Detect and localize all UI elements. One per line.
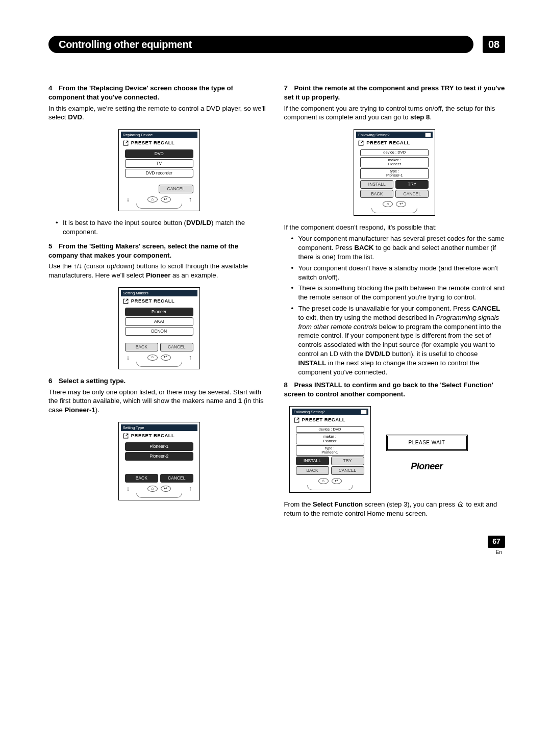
lcd4-install: INSTALL [360, 180, 393, 189]
lcd2-return-icon: ↩ [161, 355, 171, 361]
lcd2-back: BACK [125, 343, 158, 351]
cursor-down-icon: ↓ [79, 262, 82, 270]
lcd2-title: Setting Makers [121, 290, 197, 296]
step-8-head: Press INSTALL to confirm and go back to … [284, 381, 493, 398]
bullet-icon: • [291, 304, 298, 377]
lcd5-info-maker: maker :Pioneer [296, 434, 364, 444]
lcd2-arrow-down-icon: ↓ [125, 355, 131, 361]
step-5-num: 5 [48, 242, 59, 251]
lcd1-item-tv: TV [125, 159, 193, 168]
lcd5-try: TRY [331, 457, 364, 465]
lcd1-item-dvd: DVD [125, 149, 193, 158]
lcd4-info-device: device : DVD [360, 149, 429, 156]
lcd1-arrow-down-icon: ↓ [125, 196, 131, 203]
lcd4-return-icon: ↩ [396, 201, 406, 207]
lcd4-try: TRY [395, 180, 429, 189]
lcd-following-setting-2: Following Setting? PRESET RECALL device … [289, 406, 371, 493]
page-number: 67 [488, 536, 505, 548]
lcd4-title: Following Setting? [356, 132, 433, 138]
lcd2-arrow-up-icon: ↑ [187, 355, 193, 361]
lcd5-home-icon: ⌂ [318, 478, 329, 484]
chapter-number: 08 [488, 38, 499, 52]
lcd5-cancel: CANCEL [331, 466, 364, 475]
lcd4-info-maker: maker :Pioneer [360, 157, 429, 168]
lcd3-arrow-up-icon: ↑ [187, 486, 193, 492]
step-4-head: From the 'Replacing Device' screen choos… [48, 84, 233, 101]
lcd3-item-p2: Pioneer-2 [125, 452, 193, 461]
step-4-num: 4 [48, 84, 59, 93]
left-column: 4From the 'Replacing Device' screen choo… [48, 84, 270, 520]
lcd4-info-type: type :Pioneer-1 [360, 168, 429, 179]
lcd2-item-akai: AKAI [125, 317, 193, 326]
lcd3-return-icon: ↩ [161, 486, 171, 492]
step-4-note: It is best to have the input source butt… [63, 218, 270, 237]
step-7-num: 7 [284, 84, 294, 93]
step-8-num: 8 [284, 381, 294, 390]
page-footer: 67 En [48, 536, 505, 556]
chapter-title-pill: Controlling other equipment [48, 36, 473, 53]
lcd-setting-makers: Setting Makers PRESET RECALL Pioneer AKA… [118, 287, 200, 369]
final-paragraph: From the Select Function screen (step 3)… [284, 500, 506, 518]
after-step7: If the component doesn't respond, it's p… [284, 223, 506, 232]
bullet-icon: • [291, 264, 298, 282]
lcd5-info-type: type :Pioneer-1 [296, 445, 364, 456]
lcd-following-setting-1: Following Setting? PRESET RECALL device … [354, 129, 435, 216]
lcd1-home-icon: ⌂ [147, 196, 158, 203]
bullet-4: The preset code is unavailable for your … [298, 304, 506, 377]
lcd4-back: BACK [360, 190, 393, 198]
lcd3-item-p1: Pioneer-1 [125, 442, 193, 451]
bullet-icon: • [291, 234, 298, 261]
lcd5-install: INSTALL [296, 457, 329, 465]
lcd-setting-type: Setting Type PRESET RECALL Pioneer-1 Pio… [118, 422, 200, 500]
bullet-icon: • [291, 284, 298, 302]
home-icon [457, 501, 464, 507]
lcd1-cancel: CANCEL [159, 185, 193, 193]
lcd2-cancel: CANCEL [160, 343, 193, 351]
lcd3-title: Setting Type [121, 424, 197, 431]
lcd2-home-icon: ⌂ [147, 355, 158, 361]
lcd1-item-dvdrec: DVD recorder [125, 169, 193, 178]
right-column: 7Point the remote at the component and p… [284, 84, 506, 520]
lcd4-home-icon: ⌂ [383, 201, 393, 207]
chapter-number-box: 08 [483, 36, 505, 53]
lcd5-title: Following Setting? [292, 409, 368, 415]
lcd-replacing-device: Replacing Device PRESET RECALL DVD TV DV… [118, 129, 200, 211]
page-header: Controlling other equipment 08 [48, 36, 505, 53]
page-language: En [496, 549, 502, 556]
step-6-head: Select a setting type. [59, 377, 126, 385]
lcd3-back: BACK [125, 474, 158, 483]
lcd5-info-device: device : DVD [296, 426, 364, 433]
lcd3-arrow-down-icon: ↓ [125, 486, 131, 492]
lcd3-home-icon: ⌂ [147, 486, 158, 492]
cursor-up-icon: ↑ [73, 262, 77, 270]
step-6-num: 6 [48, 376, 59, 386]
chapter-title: Controlling other equipment [59, 38, 192, 52]
lcd1-arrow-up-icon: ↑ [187, 196, 193, 203]
lcd1-return-icon: ↩ [161, 196, 171, 203]
step-7-head: Point the remote at the component and pr… [284, 84, 505, 101]
please-wait-box: PLEASE WAIT [386, 435, 468, 451]
lcd4-cancel: CANCEL [395, 190, 429, 198]
lcd1-preset: PRESET RECALL [121, 138, 197, 148]
bullet-2: Your component doesn't have a standby mo… [298, 264, 506, 282]
lcd5-back: BACK [296, 466, 329, 475]
lcd3-cancel: CANCEL [160, 474, 193, 483]
step-5-head: From the 'Setting Makers' screen, select… [48, 242, 238, 259]
bullet-icon: • [56, 218, 63, 237]
bullet-1: Your component manufacturer has several … [298, 234, 506, 261]
step-4-text-end: . [82, 113, 84, 121]
lcd2-item-pioneer: Pioneer [125, 308, 193, 316]
lcd5-return-icon: ↩ [332, 478, 342, 484]
lcd1-title: Replacing Device [121, 132, 197, 138]
step-4-text-bold: DVD [68, 113, 82, 121]
bullet-3: There is something blocking the path bet… [298, 284, 506, 302]
pioneer-logo: Pioneer [386, 460, 468, 472]
lcd2-item-denon: DENON [125, 327, 193, 336]
